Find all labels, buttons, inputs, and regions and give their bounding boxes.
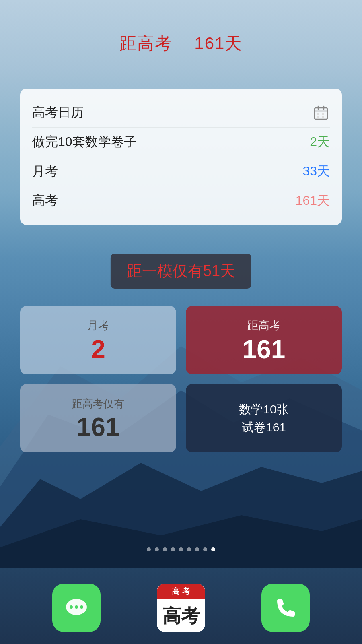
monthly-label: 月考 [32,163,58,180]
dot-2 [155,547,159,551]
widget-gaokao2-number: 161 [77,414,120,440]
dot-1 [147,547,151,551]
dock: 高 考 高考 [0,584,362,632]
widget-math-text: 数学10张试卷161 [239,400,288,436]
svg-point-14 [75,605,78,609]
task-label: 做完10套数学卷子 [32,133,137,151]
card-title: 高考日历 [32,104,84,122]
widget-gaokao2-label: 距高考仅有 [72,397,124,411]
dot-9 [211,547,215,551]
widget-gaokao-number: 161 [243,336,286,362]
dot-5 [179,547,183,551]
calendar-icon[interactable] [312,104,330,122]
gaokao-value: 161天 [296,192,330,210]
svg-rect-11 [322,116,324,118]
top-countdown: 距高考 161天 [0,32,362,55]
dot-4 [171,547,175,551]
dot-7 [195,547,199,551]
widget-gaokao-label: 距高考 [247,318,281,333]
calendar-card: 高考日历 做完10套数学卷子 2天 月考 33天 高考 161天 [20,89,342,225]
dot-3 [163,547,167,551]
dock-messages-icon[interactable] [52,584,101,632]
widget-monthly[interactable]: 月考 2 [20,306,176,374]
svg-point-15 [80,605,83,609]
widget-grid: 月考 2 距高考 161 距高考仅有 161 数学10张试卷161 [20,306,342,452]
card-header-row: 高考日历 [32,98,330,128]
dock-gaokao-app-icon[interactable]: 高 考 高考 [157,584,205,632]
widget-monthly-number: 2 [91,336,105,362]
dock-phone-icon[interactable] [261,584,310,632]
gaokao-app-inner: 高 考 高考 [157,584,205,632]
svg-rect-9 [322,113,324,115]
svg-rect-4 [315,108,327,119]
card-row-task: 做完10套数学卷子 2天 [32,128,330,157]
card-row-gaokao: 高考 161天 [32,186,330,215]
widget-gaokao[interactable]: 距高考 161 [186,306,342,374]
page-dots [0,547,362,551]
monthly-value: 33天 [302,163,330,180]
gaokao-app-top-bar: 高 考 [157,584,205,599]
banner-text: 距一模仅有51天 [127,262,235,279]
card-row-monthly: 月考 33天 [32,157,330,186]
gaokao-label: 高考 [32,192,58,210]
widget-math[interactable]: 数学10张试卷161 [186,384,342,452]
top-countdown-days: 161天 [194,34,243,53]
dot-6 [187,547,191,551]
widget-monthly-label: 月考 [87,318,109,333]
widget-gaokao2[interactable]: 距高考仅有 161 [20,384,176,452]
top-countdown-label: 距高考 [119,34,173,53]
dot-8 [203,547,207,551]
svg-rect-8 [317,113,319,115]
task-value: 2天 [310,133,330,151]
banner[interactable]: 距一模仅有51天 [111,254,251,289]
gaokao-app-main-text: 高考 [162,607,200,625]
svg-point-13 [70,605,73,609]
svg-rect-10 [317,116,319,118]
